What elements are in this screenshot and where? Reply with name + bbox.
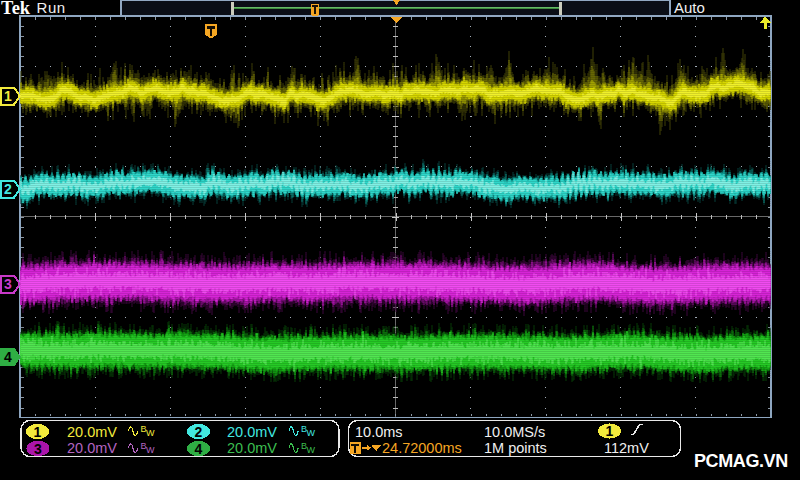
svg-text:Run: Run — [37, 0, 66, 16]
svg-text:3: 3 — [34, 441, 42, 457]
svg-text:W: W — [146, 428, 155, 438]
svg-text:1: 1 — [606, 423, 614, 439]
svg-text:1: 1 — [34, 424, 42, 440]
svg-text:W: W — [307, 445, 316, 455]
svg-text:20.0mV: 20.0mV — [67, 440, 117, 456]
svg-text:4: 4 — [195, 441, 203, 457]
svg-text:20.0mV: 20.0mV — [227, 440, 277, 456]
svg-text:24.72000ms: 24.72000ms — [382, 440, 462, 456]
svg-text:W: W — [146, 445, 155, 455]
svg-text:1M points: 1M points — [484, 440, 547, 456]
svg-text:W: W — [307, 428, 316, 438]
svg-text:3: 3 — [4, 276, 12, 292]
svg-text:2: 2 — [4, 181, 12, 197]
svg-text:PCMAG.VN: PCMAG.VN — [694, 451, 788, 471]
svg-text:4: 4 — [4, 349, 12, 365]
svg-text:10.0MS/s: 10.0MS/s — [484, 424, 545, 440]
svg-text:112mV: 112mV — [604, 440, 649, 456]
svg-text:2: 2 — [195, 424, 203, 440]
svg-text:1: 1 — [4, 88, 12, 104]
svg-text:20.0mV: 20.0mV — [67, 424, 117, 440]
svg-text:Auto: Auto — [674, 0, 705, 16]
svg-text:10.0ms: 10.0ms — [355, 424, 403, 440]
svg-text:Tek: Tek — [1, 0, 31, 18]
svg-text:20.0mV: 20.0mV — [227, 424, 277, 440]
